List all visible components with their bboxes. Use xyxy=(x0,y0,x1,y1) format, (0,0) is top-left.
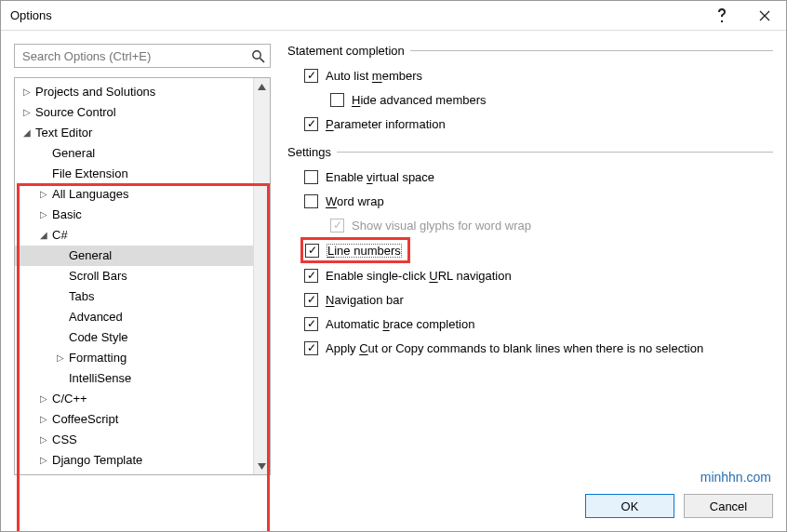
expanded-icon[interactable]: ◢ xyxy=(37,225,50,246)
tree-item-label: Code Style xyxy=(69,327,128,348)
title-bar: Options xyxy=(1,1,786,31)
group-title: Statement completion xyxy=(287,44,405,58)
line-numbers-label: Line numbers xyxy=(327,244,402,258)
scroll-down-icon[interactable] xyxy=(254,458,270,474)
hide-advanced-members-checkbox[interactable]: Hide advanced members xyxy=(287,87,773,112)
tree-item[interactable]: ▷Source Control xyxy=(15,102,253,123)
options-tree: ▷Projects and Solutions▷Source Control◢T… xyxy=(14,77,271,475)
tree-item[interactable]: ▷C/C++ xyxy=(15,389,253,409)
tree-item[interactable]: ▷All Languages xyxy=(15,184,253,205)
tree-item-label: Advanced xyxy=(69,307,123,327)
expanded-icon[interactable]: ◢ xyxy=(20,123,33,143)
tree-item-label: All Languages xyxy=(52,184,128,205)
tree-item[interactable]: General xyxy=(15,246,253,266)
annotation-box: ✓ Line numbers xyxy=(300,237,410,263)
ok-button[interactable]: OK xyxy=(585,494,674,518)
tree-item[interactable]: ▷CSS xyxy=(15,430,253,450)
collapsed-icon[interactable]: ▷ xyxy=(37,409,50,430)
line-numbers-checkbox[interactable]: ✓ xyxy=(305,244,319,258)
search-box[interactable] xyxy=(14,44,271,68)
collapsed-icon[interactable]: ▷ xyxy=(37,389,50,409)
tree-item[interactable]: IntelliSense xyxy=(15,368,253,389)
window-title: Options xyxy=(10,8,52,22)
search-input[interactable] xyxy=(20,48,246,64)
tree-item[interactable]: Advanced xyxy=(15,307,253,327)
tree-item[interactable]: ▷Formatting xyxy=(15,348,253,368)
tree-item-label: CSS xyxy=(52,430,77,450)
collapsed-icon[interactable]: ▷ xyxy=(20,102,33,123)
cancel-button[interactable]: Cancel xyxy=(684,494,773,518)
cut-copy-blank-checkbox[interactable]: ✓Apply Cut or Copy commands to blank lin… xyxy=(287,336,773,360)
search-icon xyxy=(249,47,266,64)
window-controls xyxy=(700,1,786,31)
tree-item[interactable]: General xyxy=(15,143,253,164)
word-wrap-checkbox[interactable]: Word wrap xyxy=(287,189,773,213)
tree-item-label: General xyxy=(52,143,95,164)
group-statement-completion: Statement completion xyxy=(287,44,773,58)
tree-item-label: C# xyxy=(52,225,68,246)
tree-item[interactable]: Code Style xyxy=(15,327,253,348)
tree-item-label: Formatting xyxy=(69,348,127,368)
single-click-url-checkbox[interactable]: ✓Enable single-click URL navigation xyxy=(287,263,773,287)
tree-item-label: Tabs xyxy=(69,286,94,307)
tree-item-label: File Extension xyxy=(52,164,128,184)
tree-item[interactable]: File Extension xyxy=(15,164,253,184)
tree-item-label: General xyxy=(69,246,112,266)
parameter-information-checkbox[interactable]: ✓Parameter information xyxy=(287,112,773,136)
scroll-up-icon[interactable] xyxy=(254,78,270,95)
group-settings: Settings xyxy=(287,145,773,159)
watermark: minhhn.com xyxy=(700,470,771,485)
collapsed-icon[interactable]: ▷ xyxy=(37,184,50,205)
tree-item-label: Projects and Solutions xyxy=(35,82,155,102)
collapsed-icon[interactable]: ▷ xyxy=(37,450,50,471)
tree-item-label: IntelliSense xyxy=(69,368,131,389)
settings-panel: Statement completion ✓Auto list members … xyxy=(287,44,773,369)
tree-item[interactable]: ◢C# xyxy=(15,225,253,246)
tree-item[interactable]: Tabs xyxy=(15,286,253,307)
collapsed-icon[interactable]: ▷ xyxy=(54,348,67,368)
tree-item[interactable]: ▷Django Template xyxy=(15,450,253,471)
tree-item[interactable]: ▷Basic xyxy=(15,205,253,225)
auto-list-members-checkbox[interactable]: ✓Auto list members xyxy=(287,63,773,87)
group-title: Settings xyxy=(287,145,331,159)
collapsed-icon[interactable]: ▷ xyxy=(20,82,33,102)
tree-item[interactable]: ▷CoffeeScript xyxy=(15,409,253,430)
navigation-bar-checkbox[interactable]: ✓Navigation bar xyxy=(287,287,773,312)
close-button[interactable] xyxy=(743,1,786,31)
tree-item-label: Text Editor xyxy=(35,123,92,143)
tree-item[interactable]: ◢Text Editor xyxy=(15,123,253,143)
tree-scrollbar[interactable] xyxy=(253,78,270,474)
enable-virtual-space-checkbox[interactable]: Enable virtual space xyxy=(287,165,773,189)
tree-item-label: Source Control xyxy=(35,102,116,123)
help-button[interactable] xyxy=(700,1,743,31)
show-visual-glyphs-checkbox: ✓Show visual glyphs for word wrap xyxy=(287,213,773,237)
tree-item-label: Scroll Bars xyxy=(69,266,127,286)
tree-item[interactable]: ▷Projects and Solutions xyxy=(15,82,253,102)
tree-item[interactable]: Scroll Bars xyxy=(15,266,253,286)
svg-point-0 xyxy=(252,50,260,58)
brace-completion-checkbox[interactable]: ✓Automatic brace completion xyxy=(287,312,773,336)
collapsed-icon[interactable]: ▷ xyxy=(37,205,50,225)
tree-item-label: CoffeeScript xyxy=(52,409,118,430)
tree-item-label: C/C++ xyxy=(52,389,87,409)
tree-item-label: Basic xyxy=(52,205,82,225)
collapsed-icon[interactable]: ▷ xyxy=(37,430,50,450)
tree-item-label: Django Template xyxy=(52,450,142,471)
